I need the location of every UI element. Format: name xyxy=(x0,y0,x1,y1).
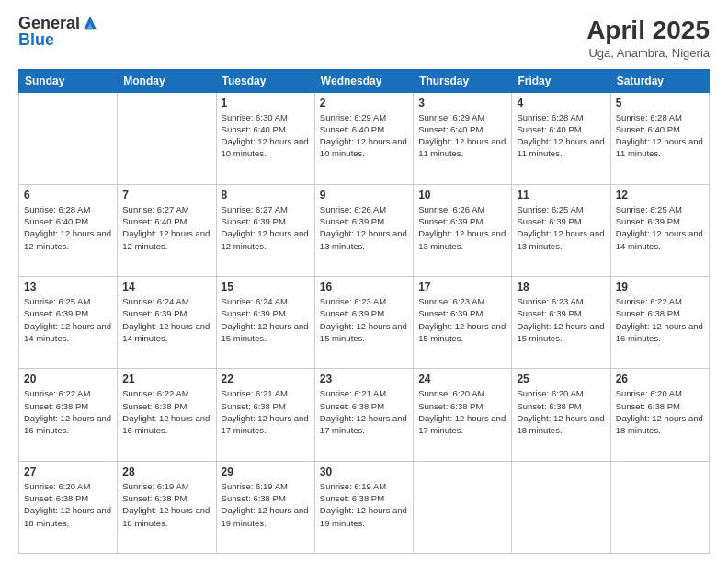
calendar-day-cell xyxy=(512,461,610,553)
day-info: Sunrise: 6:25 AM Sunset: 6:39 PM Dayligh… xyxy=(616,203,704,252)
calendar-day-cell: 11Sunrise: 6:25 AM Sunset: 6:39 PM Dayli… xyxy=(512,184,610,276)
logo-general: General xyxy=(18,15,80,31)
day-info: Sunrise: 6:20 AM Sunset: 6:38 PM Dayligh… xyxy=(418,387,506,436)
day-info: Sunrise: 6:27 AM Sunset: 6:40 PM Dayligh… xyxy=(122,203,210,252)
calendar-col-header: Sunday xyxy=(19,69,118,92)
day-number: 8 xyxy=(222,189,310,201)
header: General Blue April 2025 Uga, Anambra, Ni… xyxy=(18,15,710,60)
calendar-day-cell: 12Sunrise: 6:25 AM Sunset: 6:39 PM Dayli… xyxy=(610,184,709,276)
calendar-col-header: Friday xyxy=(512,69,610,92)
day-number: 10 xyxy=(418,189,506,201)
calendar-week-row: 13Sunrise: 6:25 AM Sunset: 6:39 PM Dayli… xyxy=(19,277,710,369)
day-number: 13 xyxy=(24,281,112,293)
day-number: 19 xyxy=(616,281,704,293)
calendar-day-cell: 25Sunrise: 6:20 AM Sunset: 6:38 PM Dayli… xyxy=(512,369,610,461)
calendar-day-cell: 4Sunrise: 6:28 AM Sunset: 6:40 PM Daylig… xyxy=(512,92,610,184)
calendar-day-cell: 30Sunrise: 6:19 AM Sunset: 6:38 PM Dayli… xyxy=(314,461,413,553)
calendar-table: SundayMondayTuesdayWednesdayThursdayFrid… xyxy=(18,69,710,554)
calendar-col-header: Monday xyxy=(118,69,216,92)
day-info: Sunrise: 6:20 AM Sunset: 6:38 PM Dayligh… xyxy=(517,387,605,436)
day-info: Sunrise: 6:19 AM Sunset: 6:38 PM Dayligh… xyxy=(320,480,408,529)
day-number: 3 xyxy=(418,97,506,109)
day-info: Sunrise: 6:28 AM Sunset: 6:40 PM Dayligh… xyxy=(517,111,605,160)
day-info: Sunrise: 6:23 AM Sunset: 6:39 PM Dayligh… xyxy=(517,295,605,344)
title-block: April 2025 Uga, Anambra, Nigeria xyxy=(586,15,710,60)
day-info: Sunrise: 6:25 AM Sunset: 6:39 PM Dayligh… xyxy=(517,203,605,252)
day-number: 5 xyxy=(616,97,704,109)
day-info: Sunrise: 6:22 AM Sunset: 6:38 PM Dayligh… xyxy=(616,295,704,344)
calendar-day-cell xyxy=(19,92,118,184)
calendar-col-header: Wednesday xyxy=(314,69,413,92)
calendar-day-cell: 5Sunrise: 6:28 AM Sunset: 6:40 PM Daylig… xyxy=(610,92,709,184)
day-info: Sunrise: 6:23 AM Sunset: 6:39 PM Dayligh… xyxy=(320,295,408,344)
calendar-day-cell: 10Sunrise: 6:26 AM Sunset: 6:39 PM Dayli… xyxy=(414,184,512,276)
day-info: Sunrise: 6:25 AM Sunset: 6:39 PM Dayligh… xyxy=(24,295,112,344)
calendar-col-header: Saturday xyxy=(610,69,709,92)
day-info: Sunrise: 6:26 AM Sunset: 6:39 PM Dayligh… xyxy=(418,203,506,252)
calendar-day-cell: 2Sunrise: 6:29 AM Sunset: 6:40 PM Daylig… xyxy=(314,92,413,184)
day-number: 11 xyxy=(517,189,605,201)
day-number: 27 xyxy=(24,465,112,478)
day-info: Sunrise: 6:19 AM Sunset: 6:38 PM Dayligh… xyxy=(122,480,210,529)
calendar-day-cell: 18Sunrise: 6:23 AM Sunset: 6:39 PM Dayli… xyxy=(512,277,610,369)
calendar-day-cell: 19Sunrise: 6:22 AM Sunset: 6:38 PM Dayli… xyxy=(610,277,709,369)
day-number: 20 xyxy=(24,373,112,385)
calendar-day-cell: 17Sunrise: 6:23 AM Sunset: 6:39 PM Dayli… xyxy=(414,277,512,369)
calendar-day-cell: 22Sunrise: 6:21 AM Sunset: 6:38 PM Dayli… xyxy=(216,369,314,461)
calendar-day-cell: 13Sunrise: 6:25 AM Sunset: 6:39 PM Dayli… xyxy=(19,277,118,369)
day-info: Sunrise: 6:27 AM Sunset: 6:39 PM Dayligh… xyxy=(222,203,310,252)
title-sub: Uga, Anambra, Nigeria xyxy=(586,46,710,60)
day-number: 30 xyxy=(320,465,408,478)
page: General Blue April 2025 Uga, Anambra, Ni… xyxy=(0,0,728,563)
day-info: Sunrise: 6:22 AM Sunset: 6:38 PM Dayligh… xyxy=(24,387,112,436)
day-info: Sunrise: 6:20 AM Sunset: 6:38 PM Dayligh… xyxy=(24,480,112,529)
day-info: Sunrise: 6:21 AM Sunset: 6:38 PM Dayligh… xyxy=(320,387,408,436)
logo-blue: Blue xyxy=(18,31,54,48)
day-number: 22 xyxy=(222,373,310,385)
calendar-day-cell: 24Sunrise: 6:20 AM Sunset: 6:38 PM Dayli… xyxy=(414,369,512,461)
calendar-week-row: 20Sunrise: 6:22 AM Sunset: 6:38 PM Dayli… xyxy=(19,369,710,461)
day-number: 2 xyxy=(320,97,408,109)
calendar-day-cell: 14Sunrise: 6:24 AM Sunset: 6:39 PM Dayli… xyxy=(118,277,216,369)
calendar-week-row: 6Sunrise: 6:28 AM Sunset: 6:40 PM Daylig… xyxy=(19,184,710,276)
day-number: 25 xyxy=(517,373,605,385)
day-number: 16 xyxy=(320,281,408,293)
calendar-day-cell: 1Sunrise: 6:30 AM Sunset: 6:40 PM Daylig… xyxy=(216,92,314,184)
calendar-day-cell: 16Sunrise: 6:23 AM Sunset: 6:39 PM Dayli… xyxy=(314,277,413,369)
calendar-day-cell xyxy=(610,461,709,553)
calendar-day-cell: 9Sunrise: 6:26 AM Sunset: 6:39 PM Daylig… xyxy=(314,184,413,276)
calendar-col-header: Thursday xyxy=(414,69,512,92)
day-number: 9 xyxy=(320,189,408,201)
day-info: Sunrise: 6:24 AM Sunset: 6:39 PM Dayligh… xyxy=(222,295,310,344)
day-number: 26 xyxy=(616,373,704,385)
day-number: 6 xyxy=(24,189,112,201)
calendar-day-cell: 28Sunrise: 6:19 AM Sunset: 6:38 PM Dayli… xyxy=(118,461,216,553)
day-number: 18 xyxy=(517,281,605,293)
day-info: Sunrise: 6:28 AM Sunset: 6:40 PM Dayligh… xyxy=(24,203,112,252)
calendar-day-cell xyxy=(118,92,216,184)
calendar-day-cell: 8Sunrise: 6:27 AM Sunset: 6:39 PM Daylig… xyxy=(216,184,314,276)
calendar-day-cell: 15Sunrise: 6:24 AM Sunset: 6:39 PM Dayli… xyxy=(216,277,314,369)
day-info: Sunrise: 6:20 AM Sunset: 6:38 PM Dayligh… xyxy=(616,387,704,436)
day-number: 17 xyxy=(418,281,506,293)
day-number: 28 xyxy=(122,465,210,478)
day-number: 21 xyxy=(122,373,210,385)
calendar-day-cell: 20Sunrise: 6:22 AM Sunset: 6:38 PM Dayli… xyxy=(19,369,118,461)
day-number: 7 xyxy=(122,189,210,201)
day-info: Sunrise: 6:30 AM Sunset: 6:40 PM Dayligh… xyxy=(222,111,310,160)
calendar-day-cell: 21Sunrise: 6:22 AM Sunset: 6:38 PM Dayli… xyxy=(118,369,216,461)
calendar-day-cell: 27Sunrise: 6:20 AM Sunset: 6:38 PM Dayli… xyxy=(19,461,118,553)
calendar-day-cell: 26Sunrise: 6:20 AM Sunset: 6:38 PM Dayli… xyxy=(610,369,709,461)
calendar-day-cell: 29Sunrise: 6:19 AM Sunset: 6:38 PM Dayli… xyxy=(216,461,314,553)
logo: General Blue xyxy=(18,15,98,48)
day-info: Sunrise: 6:24 AM Sunset: 6:39 PM Dayligh… xyxy=(122,295,210,344)
title-main: April 2025 xyxy=(586,15,710,46)
day-info: Sunrise: 6:21 AM Sunset: 6:38 PM Dayligh… xyxy=(222,387,310,436)
calendar-day-cell: 6Sunrise: 6:28 AM Sunset: 6:40 PM Daylig… xyxy=(19,184,118,276)
day-info: Sunrise: 6:19 AM Sunset: 6:38 PM Dayligh… xyxy=(222,480,310,529)
calendar-day-cell: 23Sunrise: 6:21 AM Sunset: 6:38 PM Dayli… xyxy=(314,369,413,461)
calendar-header-row: SundayMondayTuesdayWednesdayThursdayFrid… xyxy=(19,69,710,92)
logo-icon xyxy=(82,15,98,31)
calendar-day-cell xyxy=(414,461,512,553)
calendar-day-cell: 3Sunrise: 6:29 AM Sunset: 6:40 PM Daylig… xyxy=(414,92,512,184)
